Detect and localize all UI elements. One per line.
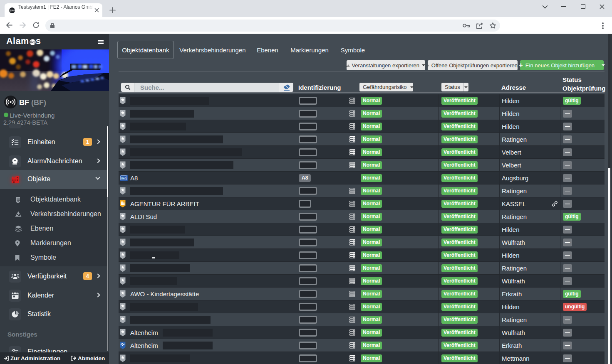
svg-text:BAB: BAB xyxy=(121,177,126,180)
